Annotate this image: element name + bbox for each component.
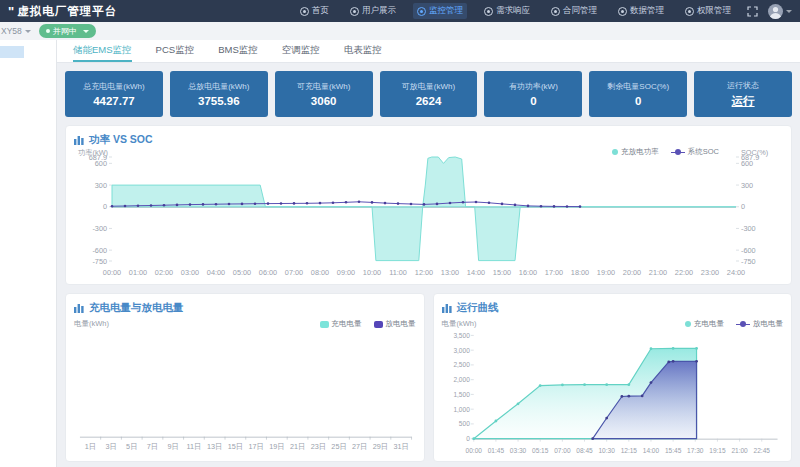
nav-item-user-display[interactable]: 用户展示 <box>346 3 400 19</box>
run-status-link[interactable]: 运行 <box>732 94 755 109</box>
sidebar-selected-item[interactable] <box>0 46 24 58</box>
nav-item-label: 监控管理 <box>429 5 463 17</box>
svg-text:-750: -750 <box>92 257 107 266</box>
svg-text:11日: 11日 <box>187 442 202 451</box>
tab-ems-monitor[interactable]: 储能EMS监控 <box>73 40 132 62</box>
svg-text:19:00: 19:00 <box>597 268 615 277</box>
svg-text:12:00: 12:00 <box>415 268 433 277</box>
run-curve-chart: 05001,0001,5002,0002,5003,0003,50000:000… <box>440 329 786 457</box>
legend-label: 充电电量 <box>694 319 724 329</box>
svg-text:21日: 21日 <box>290 442 305 451</box>
tab-label: BMS监控 <box>218 44 258 57</box>
stat-value: 3755.96 <box>198 95 240 107</box>
svg-text:-600: -600 <box>92 246 107 255</box>
nav-circle-icon <box>350 7 359 16</box>
station-tree-sidebar <box>0 40 57 467</box>
legend-item-charge-power[interactable]: 充放电功率 <box>612 147 659 157</box>
chart-meta-row: 电量(kWh) 充电电量 放电电量 <box>440 315 786 329</box>
svg-text:15:00: 15:00 <box>493 268 511 277</box>
svg-text:03:30: 03:30 <box>509 447 526 454</box>
svg-text:15:45: 15:45 <box>664 447 681 454</box>
nav-item-permission[interactable]: 权限管理 <box>681 3 735 19</box>
nav-circle-icon <box>417 7 426 16</box>
svg-text:23:00: 23:00 <box>701 268 719 277</box>
svg-text:17日: 17日 <box>248 442 263 451</box>
svg-text:3,000: 3,000 <box>453 347 470 354</box>
user-avatar[interactable] <box>768 4 783 19</box>
stat-card-run-status: 运行状态 运行 <box>694 71 792 117</box>
bar-chart-icon <box>442 303 452 313</box>
power-soc-card: 功率 VS SOC 充放电功率 系统SOC 687.9687.960060030… <box>65 125 792 285</box>
legend-item-discharge-energy[interactable]: 放电电量 <box>736 319 783 329</box>
nav-item-demand-response[interactable]: 需求响应 <box>480 3 534 19</box>
logo-mark: " <box>8 4 14 19</box>
tab-meter-monitor[interactable]: 电表监控 <box>344 40 382 62</box>
legend-item-charge-energy[interactable]: 充电电量 <box>685 319 724 329</box>
nav-circle-icon <box>551 7 560 16</box>
svg-text:600: 600 <box>741 159 753 168</box>
svg-text:1,000: 1,000 <box>453 406 470 413</box>
nav-item-contract[interactable]: 合同管理 <box>547 3 601 19</box>
tab-label: PCS监控 <box>156 44 195 57</box>
stat-label: 有功功率(kW) <box>509 81 558 92</box>
stat-label: 总充电电量(kWh) <box>83 81 144 92</box>
svg-text:25日: 25日 <box>331 442 346 451</box>
svg-text:13日: 13日 <box>207 442 222 451</box>
svg-text:0: 0 <box>741 202 745 211</box>
nav-item-monitoring[interactable]: 监控管理 <box>413 3 467 19</box>
svg-text:12:15: 12:15 <box>620 447 637 454</box>
virtual-power-plant-app: " 虚拟电厂管理平台 首页 用户展示 监控管理 需求响应 合同管理 数据管理 权… <box>0 0 800 467</box>
tab-pcs-monitor[interactable]: PCS监控 <box>156 40 195 62</box>
stats-row: 总充电电量(kWh) 4427.77 总放电电量(kWh) 3755.96 可充… <box>65 71 792 117</box>
svg-text:1,500: 1,500 <box>453 391 470 398</box>
svg-text:05:15: 05:15 <box>532 447 549 454</box>
svg-text:14:00: 14:00 <box>642 447 659 454</box>
svg-text:00:00: 00:00 <box>465 447 482 454</box>
legend-item-charge-energy[interactable]: 充电电量 <box>320 319 362 329</box>
tab-bms-monitor[interactable]: BMS监控 <box>218 40 258 62</box>
legend-dot-icon <box>612 149 618 155</box>
stat-label: 运行状态 <box>727 80 759 91</box>
stat-card-soc: 剩余电量SOC(%) 0 <box>589 71 687 117</box>
bar-chart-icon <box>74 303 84 313</box>
energy-by-day-card: 充电电量与放电电量 电量(kWh) 充电电量 放电电量 1日3日5日7日9日11… <box>65 293 425 462</box>
nav-item-label: 需求响应 <box>496 5 530 17</box>
status-badge-label: 并网中 <box>53 26 77 37</box>
svg-text:3,500: 3,500 <box>453 332 470 339</box>
status-dot-icon <box>46 29 50 33</box>
svg-text:19:15: 19:15 <box>709 447 726 454</box>
bar-chart-icon <box>74 135 84 145</box>
nav-item-label: 用户展示 <box>362 5 396 17</box>
nav-item-label: 数据管理 <box>630 5 664 17</box>
card-title-row: 充电电量与放电电量 <box>72 299 418 315</box>
app-title: 虚拟电厂管理平台 <box>17 4 117 19</box>
svg-text:16:00: 16:00 <box>519 268 537 277</box>
svg-text:13:00: 13:00 <box>441 268 459 277</box>
svg-text:0: 0 <box>466 435 470 442</box>
svg-text:功率(kW): 功率(kW) <box>78 148 108 157</box>
legend-item-discharge-energy[interactable]: 放电电量 <box>374 319 416 329</box>
legend-label: 充电电量 <box>332 319 362 329</box>
tab-hvac-monitor[interactable]: 空调监控 <box>282 40 320 62</box>
station-selector[interactable]: XY58 <box>1 26 31 36</box>
legend-line-dot-icon <box>671 152 685 153</box>
svg-text:-300: -300 <box>741 224 756 233</box>
legend-item-system-soc[interactable]: 系统SOC <box>671 147 719 157</box>
svg-text:-750: -750 <box>741 257 756 266</box>
bottom-row: 充电电量与放电电量 电量(kWh) 充电电量 放电电量 1日3日5日7日9日11… <box>65 293 792 462</box>
nav-item-label: 首页 <box>312 5 329 17</box>
nav-item-home[interactable]: 首页 <box>296 3 333 19</box>
svg-text:27日: 27日 <box>352 442 367 451</box>
chart-title: 功率 VS SOC <box>89 133 153 147</box>
svg-text:10:00: 10:00 <box>363 268 381 277</box>
svg-text:7日: 7日 <box>147 442 158 451</box>
chart-title: 充电电量与放电电量 <box>89 301 184 315</box>
grid-status-badge[interactable]: 并网中 <box>39 24 96 38</box>
chevron-down-icon <box>25 30 31 36</box>
svg-text:03:00: 03:00 <box>181 268 199 277</box>
nav-item-data[interactable]: 数据管理 <box>614 3 668 19</box>
svg-text:20:00: 20:00 <box>623 268 641 277</box>
svg-text:01:45: 01:45 <box>487 447 504 454</box>
stat-value: 0 <box>530 95 536 107</box>
fullscreen-icon[interactable] <box>747 6 758 17</box>
